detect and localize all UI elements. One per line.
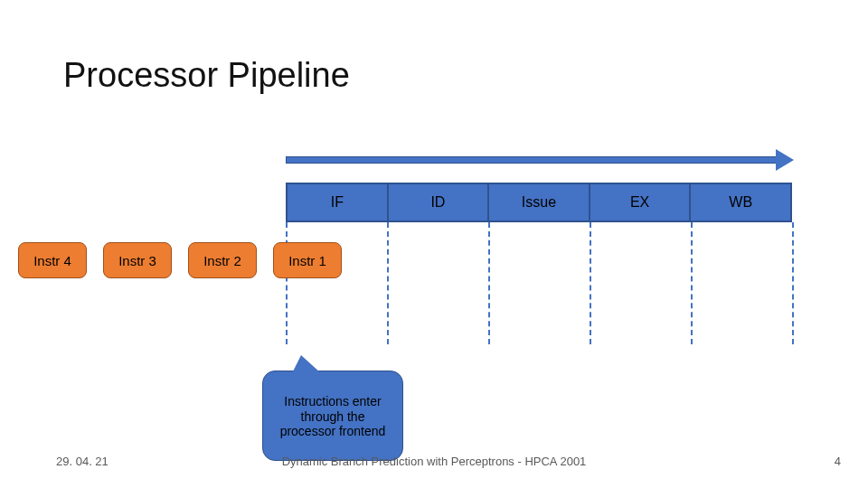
flow-direction-arrow	[286, 150, 792, 170]
instruction-box: Instr 2	[188, 242, 257, 278]
guide-line	[387, 222, 389, 344]
stage-id: ID	[389, 183, 490, 222]
slide-title: Processor Pipeline	[63, 56, 350, 95]
callout-text: Instructions enter through the processor…	[272, 394, 393, 439]
instruction-queue: Instr 4 Instr 3 Instr 2 Instr 1	[18, 242, 342, 278]
arrow-shaft	[286, 156, 779, 164]
instruction-box: Instr 3	[103, 242, 172, 278]
frontend-callout: Instructions enter through the processor…	[262, 371, 403, 461]
instruction-box: Instr 1	[273, 242, 342, 278]
stage-issue: Issue	[489, 183, 590, 222]
stage-wb: WB	[691, 183, 792, 222]
guide-line	[691, 222, 693, 344]
pipeline-stage-bar: IF ID Issue EX WB	[286, 183, 792, 222]
footer-page-number: 4	[835, 455, 841, 468]
arrow-head-icon	[776, 149, 794, 171]
stage-boundary-guides	[286, 222, 792, 344]
stage-ex: EX	[590, 183, 692, 222]
instruction-box: Instr 4	[18, 242, 87, 278]
stage-if: IF	[286, 183, 389, 222]
footer-caption: Dynamic Branch Prediction with Perceptro…	[0, 455, 868, 468]
guide-line	[286, 222, 288, 344]
guide-line	[792, 222, 794, 344]
guide-line	[488, 222, 490, 344]
guide-line	[590, 222, 591, 344]
